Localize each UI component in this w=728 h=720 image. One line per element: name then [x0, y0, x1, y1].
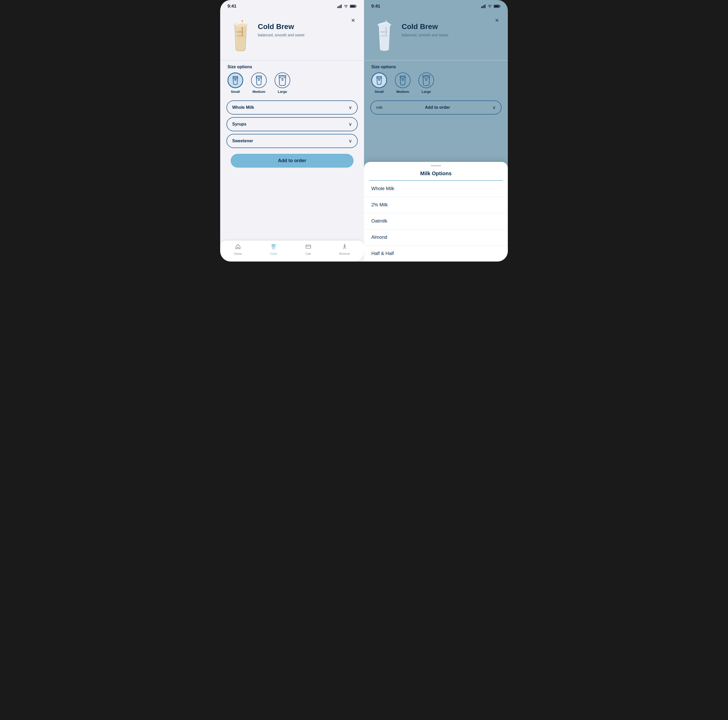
syrups-label: Syrups: [232, 122, 246, 127]
order-bar-right[interactable]: milk Add to order ∨: [370, 100, 502, 115]
svg-point-17: [273, 247, 274, 247]
add-to-order-bar-label: Add to order: [382, 105, 492, 110]
size-large-label-right: Large: [422, 90, 431, 93]
size-large-icon-right[interactable]: [418, 72, 434, 88]
svg-point-14: [280, 76, 285, 78]
left-screen: 9:41: [220, 0, 364, 262]
size-medium-label-right: Medium: [396, 90, 409, 93]
size-small-label-left: Small: [231, 90, 240, 93]
product-info-left: Cold Brew balanced, smooth and sweet: [258, 16, 304, 38]
close-button-right[interactable]: ✕: [492, 16, 502, 25]
svg-point-11: [234, 79, 236, 81]
product-image-left: [228, 16, 254, 55]
status-bar-left: 9:41: [220, 0, 364, 11]
milk-option-half[interactable]: Half & Half: [364, 245, 508, 262]
svg-point-24: [489, 7, 490, 8]
product-name-left: Cold Brew: [258, 23, 304, 31]
sheet-handle: [431, 165, 441, 166]
size-options-left: Small Medium: [220, 72, 364, 98]
nav-reserve-left[interactable]: Reserve: [339, 244, 350, 255]
home-label-left: Home: [234, 252, 242, 255]
milk-option-almond[interactable]: Almond: [364, 229, 508, 245]
cart-icon-left: [306, 244, 311, 251]
cold-brew-image-right: [374, 17, 395, 54]
svg-point-10: [234, 77, 237, 78]
status-icons-left: [337, 5, 357, 8]
size-large-icon-left[interactable]: [275, 72, 290, 88]
product-image-right: [371, 16, 398, 55]
svg-rect-3: [341, 5, 342, 8]
battery-icon: [350, 5, 357, 8]
bottom-sheet: Milk Options Whole Milk 2% Milk Oatmilk …: [364, 162, 508, 262]
svg-rect-22: [483, 5, 484, 8]
right-screen: 9:41 ✕: [364, 0, 508, 262]
cup-medium-icon: [255, 75, 263, 86]
size-small-label-right: Small: [375, 90, 384, 93]
cold-brew-image-left: [230, 17, 251, 54]
sweetener-dropdown[interactable]: Sweetener ∨: [226, 134, 358, 148]
battery-icon-right: [494, 5, 500, 8]
product-desc-left: balanced, smooth and sweet: [258, 32, 304, 38]
svg-point-4: [346, 7, 347, 8]
svg-rect-26: [500, 6, 500, 7]
product-header-left: Cold Brew balanced, smooth and sweet: [220, 11, 364, 55]
milk-options-modal: Milk Options Whole Milk 2% Milk Oatmilk …: [364, 162, 508, 262]
svg-rect-21: [482, 6, 483, 8]
size-small-left[interactable]: Small: [228, 72, 243, 93]
signal-icon: [337, 5, 342, 8]
nav-order-left[interactable]: Order: [270, 244, 277, 255]
size-large-right[interactable]: Large: [418, 72, 434, 93]
svg-rect-1: [339, 6, 340, 8]
order-icon-left: [271, 244, 277, 251]
svg-point-29: [378, 23, 391, 27]
home-icon-left: [235, 244, 241, 251]
nav-cart-left[interactable]: Cart: [306, 244, 311, 255]
size-large-label-left: Large: [278, 90, 287, 93]
add-to-order-button-left[interactable]: Add to order: [231, 154, 353, 168]
milk-option-oat[interactable]: Oatmilk: [364, 213, 508, 229]
size-small-icon-right[interactable]: [371, 72, 387, 88]
whole-milk-dropdown[interactable]: Whole Milk ∨: [226, 100, 358, 115]
svg-point-16: [272, 245, 275, 246]
sheet-title: Milk Options: [369, 170, 503, 181]
milk-option-whole[interactable]: Whole Milk: [364, 181, 508, 197]
milk-option-2pct[interactable]: 2% Milk: [364, 197, 508, 213]
reserve-label-left: Reserve: [339, 252, 350, 255]
size-large-left[interactable]: Large: [275, 72, 290, 93]
wifi-icon-right: [488, 5, 492, 8]
size-medium-left[interactable]: Medium: [251, 72, 267, 93]
size-small-right[interactable]: Small: [371, 72, 387, 93]
svg-rect-2: [340, 5, 341, 8]
svg-point-35: [425, 79, 427, 81]
product-info-right: Cold Brew balanced, smooth and sweet: [402, 16, 448, 38]
cup-small-icon-right: [375, 76, 383, 85]
cart-label-left: Cart: [306, 252, 311, 255]
sweetener-chevron: ∨: [349, 138, 352, 144]
size-medium-icon-left[interactable]: [251, 72, 267, 88]
close-button-left[interactable]: ✕: [348, 16, 358, 25]
status-time-left: 9:41: [228, 4, 236, 9]
bottom-nav-left: Home Order: [220, 241, 364, 262]
milk-bar-label: milk: [376, 106, 382, 110]
size-medium-label-left: Medium: [252, 90, 265, 93]
product-name-right: Cold Brew: [402, 23, 448, 31]
size-small-icon-left[interactable]: [228, 72, 243, 88]
product-desc-right: balanced, smooth and sweet: [402, 32, 448, 38]
size-section-label-right: Size options: [364, 60, 508, 72]
signal-icon-right: [481, 5, 486, 8]
size-options-right: Small Medium: [364, 72, 508, 98]
size-medium-icon-right[interactable]: [395, 72, 411, 88]
syrups-dropdown[interactable]: Syrups ∨: [226, 117, 358, 131]
svg-point-34: [424, 76, 429, 78]
size-medium-right[interactable]: Medium: [395, 72, 411, 93]
svg-point-15: [281, 79, 283, 81]
nav-home-left[interactable]: Home: [234, 244, 242, 255]
svg-rect-18: [306, 245, 310, 248]
svg-point-9: [234, 23, 247, 27]
reserve-icon-left: [342, 244, 347, 251]
order-bar-chevron: ∨: [492, 105, 496, 110]
syrups-chevron: ∨: [349, 121, 352, 127]
svg-point-12: [257, 77, 261, 78]
cup-small-icon: [231, 76, 240, 85]
svg-rect-0: [337, 6, 338, 8]
